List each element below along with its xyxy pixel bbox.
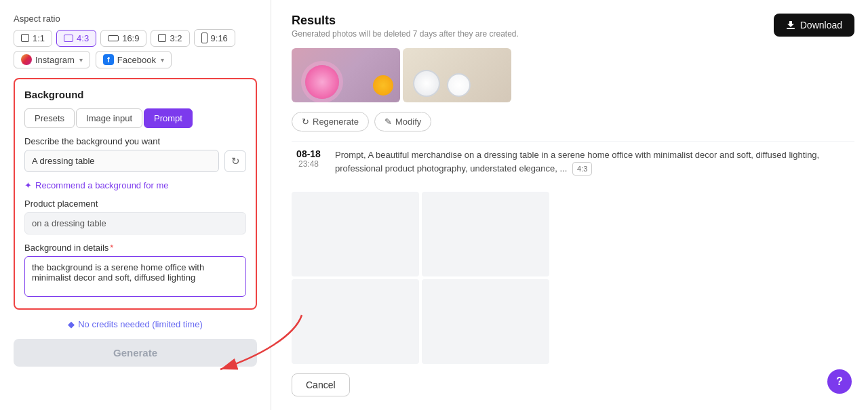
tabs-row: Presets Image input Prompt xyxy=(24,108,246,128)
svg-rect-0 xyxy=(787,28,795,29)
instagram-icon xyxy=(21,54,32,65)
aspect-icon-1x1 xyxy=(21,34,29,42)
sparkle-icon: ✦ xyxy=(24,180,32,190)
flower-white2-decoration xyxy=(447,73,471,97)
regenerate-icon: ↻ xyxy=(302,117,309,127)
placement-value: on a dressing table xyxy=(24,212,246,234)
details-textarea[interactable]: the background is a serene home office w… xyxy=(24,256,246,297)
image-strip xyxy=(292,48,854,102)
aspect-btn-9x16[interactable]: 9:16 xyxy=(194,29,235,47)
details-label: Background in details* xyxy=(24,243,246,253)
aspect-btn-4x3[interactable]: 4:3 xyxy=(56,30,96,47)
download-icon xyxy=(786,20,795,30)
refresh-button[interactable]: ↻ xyxy=(224,150,246,172)
right-panel: Download Results Generated photos will b… xyxy=(271,0,868,410)
cancel-button[interactable]: Cancel xyxy=(292,373,350,396)
aspect-ratio-row: 1:1 4:3 16:9 3:2 9:16 xyxy=(14,29,257,47)
results-header: Results Generated photos will be deleted… xyxy=(292,14,854,39)
aspect-icon-9x16 xyxy=(201,33,208,43)
grid-cell-4 xyxy=(422,279,549,364)
generate-button[interactable]: Generate xyxy=(14,339,257,367)
help-button[interactable]: ? xyxy=(827,369,852,394)
details-field-group: Background in details* the background is… xyxy=(24,243,246,299)
flower-small-decoration xyxy=(373,75,393,96)
history-entry: 08-18 23:48 Prompt, A beautiful merchand… xyxy=(292,141,854,182)
history-date: 08-18 23:48 xyxy=(292,148,326,169)
action-row: ↻ Regenerate ✎ Modify xyxy=(292,112,854,131)
required-indicator: * xyxy=(110,243,113,253)
regenerate-button[interactable]: ↻ Regenerate xyxy=(292,112,369,131)
download-button[interactable]: Download xyxy=(774,14,854,37)
placement-field-group: Product placement on a dressing table xyxy=(24,199,246,234)
facebook-icon: f xyxy=(103,54,114,65)
describe-field-group: Describe the background you want ↻ xyxy=(24,136,246,172)
grid-cell-3 xyxy=(292,279,419,364)
credits-row: ◆ No credits needed (limited time) xyxy=(14,319,257,329)
instagram-button[interactable]: Instagram ▾ xyxy=(14,51,90,68)
instagram-chevron: ▾ xyxy=(79,56,83,64)
background-label: Background xyxy=(24,89,246,100)
modify-icon: ✎ xyxy=(384,117,392,127)
aspect-icon-4x3 xyxy=(64,35,73,42)
describe-input[interactable] xyxy=(24,150,219,172)
placement-label: Product placement xyxy=(24,199,246,209)
aspect-icon-3x2 xyxy=(158,34,166,42)
describe-input-row: ↻ xyxy=(24,150,246,172)
flower-pink-decoration xyxy=(305,65,339,99)
grid-cell-2 xyxy=(422,192,549,276)
ratio-badge: 4:3 xyxy=(572,162,592,176)
aspect-btn-1x1[interactable]: 1:1 xyxy=(14,30,52,47)
generate-wrapper: Generate xyxy=(14,339,257,373)
thumbnail-2[interactable] xyxy=(403,48,511,102)
tab-presets[interactable]: Presets xyxy=(24,108,75,128)
social-row: Instagram ▾ f Facebook ▾ xyxy=(14,51,257,68)
history-date-top: 08-18 xyxy=(292,148,326,159)
results-sub: Generated photos will be deleted 7 days … xyxy=(292,29,854,39)
recommend-link[interactable]: ✦ Recommend a background for me xyxy=(24,180,246,190)
facebook-chevron: ▾ xyxy=(161,56,164,64)
aspect-ratio-label: Aspect ratio xyxy=(14,14,257,24)
history-date-bottom: 23:48 xyxy=(292,159,326,169)
tab-prompt[interactable]: Prompt xyxy=(144,108,193,128)
aspect-btn-16x9[interactable]: 16:9 xyxy=(100,30,146,47)
facebook-button[interactable]: f Facebook ▾ xyxy=(96,51,172,68)
thumbnail-1[interactable] xyxy=(292,48,400,102)
describe-label: Describe the background you want xyxy=(24,136,246,146)
results-title: Results xyxy=(292,14,854,28)
image-grid xyxy=(292,192,549,364)
background-section: Background Presets Image input Prompt De… xyxy=(14,78,257,310)
flower-white-decoration xyxy=(413,70,440,97)
grid-cell-1 xyxy=(292,192,419,276)
diamond-icon: ◆ xyxy=(68,319,75,329)
aspect-ratio-section: Aspect ratio 1:1 4:3 16:9 3:2 9:16 xyxy=(14,14,257,68)
left-panel: Aspect ratio 1:1 4:3 16:9 3:2 9:16 xyxy=(0,0,271,410)
tab-image-input[interactable]: Image input xyxy=(76,108,142,128)
history-text: Prompt, A beautiful merchandise on a dre… xyxy=(335,148,854,176)
aspect-btn-3x2[interactable]: 3:2 xyxy=(151,30,189,47)
modify-button[interactable]: ✎ Modify xyxy=(374,112,431,131)
aspect-icon-16x9 xyxy=(108,35,119,41)
